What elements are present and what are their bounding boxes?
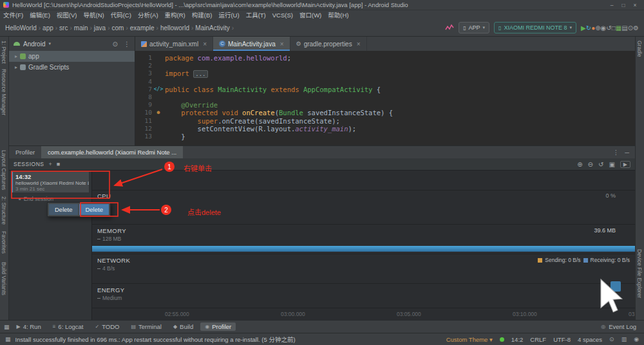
breadcrumb-item[interactable]: helloworld [160,24,189,32]
zoom-in-icon[interactable]: ⊕ [577,161,582,168]
tree-node[interactable]: ▸app [9,51,135,62]
sync-project-icon[interactable]: ↺ [606,24,611,32]
theme-select[interactable]: Custom Theme ▾ [446,336,493,343]
breadcrumb-item[interactable]: example [130,24,155,32]
run-icon[interactable]: ▶ [581,24,586,32]
tool-window-gradle[interactable]: Gradle [636,41,644,60]
tab-profiler-session[interactable]: com.example.helloworld (Xiaomi Redmi Not… [41,146,183,158]
close-icon[interactable]: × [203,41,207,48]
chevron-right-icon[interactable]: ▸ [15,53,17,59]
cpu-profile-icon[interactable] [445,24,454,32]
menu-item[interactable]: 窗口(W) [296,10,325,19]
menu-item[interactable]: 文件(F) [0,10,26,19]
memory-chart[interactable]: MEMORY 128 MB 39.6 MB [92,224,635,254]
todo-icon: ✓ [95,324,99,330]
tool-window-run[interactable]: ▶4: Run [12,322,46,331]
menu-item-delete[interactable]: Delete [49,204,78,215]
tool-window-layoutcaptures[interactable]: Layout Captures [1,150,8,192]
menu-item[interactable]: 运行(U) [215,10,242,19]
menu-item[interactable]: 重构(R) [162,10,189,19]
close-icon[interactable]: × [629,2,641,8]
tool-window-device-file-explorer[interactable]: Device File Explorer [636,249,644,301]
settings-icon[interactable]: ⚙ [633,24,639,32]
profiler-timeline[interactable]: 02:50.00002:55.00003:00.00003:05.00003:1… [92,308,635,320]
event-log-label: Event Log [609,323,636,330]
attach-debugger-icon[interactable]: ⊕ [595,24,600,32]
locate-file-icon[interactable]: ⊙ [113,41,118,48]
menu-item[interactable]: 编辑(E) [26,10,53,19]
chevron-right-icon[interactable]: ▸ [15,64,17,70]
energy-chart[interactable]: ENERGY Medium [92,283,635,308]
run-config-select[interactable]: ▯ APP ▾ [459,22,489,33]
profiler-charts[interactable]: CPU 0 % MEMORY 128 MB 39.6 MB NETWORK 4 … [92,171,635,320]
menu-item[interactable]: VCS(S) [269,12,296,19]
close-icon[interactable]: × [357,41,361,48]
go-live-button[interactable]: ▶ [620,161,630,168]
hide-panel-icon[interactable]: ─ [625,149,629,156]
tool-window-resourcemanager[interactable]: Resource Manager [1,69,8,118]
lock-icon[interactable]: ⊙ [609,336,614,342]
tab-profiler[interactable]: Profiler [9,146,41,158]
caret-position[interactable]: 14:2 [511,336,524,343]
tool-window-profiler[interactable]: ◉Profiler [200,322,236,331]
menu-item[interactable]: 工具(T) [243,10,269,19]
menu-item[interactable]: 代码(C) [108,10,135,19]
project-view-select[interactable]: Android [23,41,45,48]
breadcrumb-item[interactable]: java [94,24,106,32]
breadcrumb-item[interactable]: MainActivity [195,24,229,32]
breadcrumb-item[interactable]: main [74,24,88,32]
override-marker-icon[interactable]: ● [152,109,165,117]
menu-item[interactable]: 视图(V) [53,10,80,19]
status-grid-icon[interactable]: ▦ [5,336,11,342]
profiler-icon[interactable]: ◉ [601,24,607,32]
tool-window-terminal[interactable]: ▤Terminal [126,322,166,331]
tool-window-project[interactable]: 1: Project [1,41,8,66]
breadcrumb-item[interactable]: HelloWorld [5,24,37,32]
notifications-icon[interactable]: ◉ [634,336,639,342]
event-log-button[interactable]: ◎ Event Log [601,323,640,330]
line-ending-select[interactable]: CRLF [530,336,546,343]
editor-tab[interactable]: CMainActivity.java× [213,37,290,51]
tool-window-favorites[interactable]: Favorites [1,231,8,256]
tool-window-logcat[interactable]: ≡6: Logcat [48,322,88,331]
tool-window-switcher-icon[interactable]: ▦ [4,324,10,330]
close-icon[interactable]: × [280,41,284,48]
menu-item[interactable]: 帮助(H) [325,10,352,19]
more-icon[interactable]: ⋮ [124,41,130,48]
indent-select[interactable]: 4 spaces [578,336,602,343]
breadcrumb-item[interactable]: src [59,24,68,32]
more-icon[interactable]: ⋮ [613,149,620,156]
avd-manager-icon[interactable]: ▤ [621,24,627,32]
network-chart[interactable]: NETWORK 4 B/s Sending: 0 B/s Receiving: … [92,254,635,283]
device-select[interactable]: ▯ XIAOMI REDMI NOTE 8 ▾ [494,22,576,33]
menu-item[interactable]: 分析(A) [135,10,162,19]
tool-window-build[interactable]: ◆Build [169,322,198,331]
tool-window-structure[interactable]: 2: Structure [1,196,8,227]
layout-inspector-icon[interactable]: ▦ [616,24,621,32]
cpu-chart[interactable]: CPU 0 % [92,171,635,224]
code-block-icon[interactable]: </> [152,86,165,93]
tree-node[interactable]: ▸Gradle Scripts [9,62,135,73]
editor-tab[interactable]: ⚙gradle.properties× [290,37,367,51]
memory-indicator-icon[interactable]: ▥ [621,336,627,342]
reset-zoom-icon[interactable]: ↺ [598,161,603,168]
maximize-icon[interactable]: □ [618,2,629,8]
minimize-icon[interactable]: – [606,2,618,8]
search-icon[interactable]: ⊙ [628,24,633,32]
menu-item[interactable]: 构建(B) [189,10,216,19]
apply-changes-icon[interactable]: ↻ [586,24,591,32]
menu-item[interactable]: 导航(N) [80,10,107,19]
tool-window-buildvariants[interactable]: Build Variants [1,262,8,298]
tool-window-todo[interactable]: ✓TODO [90,322,124,331]
code-editor[interactable]: 1package com.example.helloworld;23import… [135,51,635,145]
stop-session-icon[interactable]: ■ [57,161,60,167]
add-session-icon[interactable]: + [48,161,52,167]
menu-item-delete[interactable]: Delete [79,204,108,215]
session-card[interactable]: 14:32 helloworld (Xiaomi Redmi Note 8...… [12,172,89,192]
breadcrumb-item[interactable]: com [112,24,124,32]
zoom-out-icon[interactable]: ⊖ [588,161,593,168]
editor-tab[interactable]: activity_main.xml× [135,37,213,51]
encoding-select[interactable]: UTF-8 [553,336,571,343]
zoom-to-fit-icon[interactable]: ▣ [609,161,614,168]
breadcrumb-item[interactable]: app [43,24,53,32]
